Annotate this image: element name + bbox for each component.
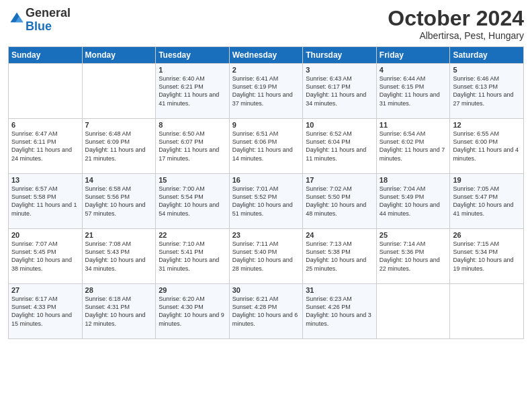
day-info: Sunrise: 7:01 AMSunset: 5:52 PMDaylight:… bbox=[232, 185, 293, 216]
day-number: 19 bbox=[453, 176, 521, 184]
day-number: 31 bbox=[306, 286, 373, 294]
weekday-header-sunday: Sunday bbox=[9, 47, 83, 64]
day-info: Sunrise: 6:44 AMSunset: 6:15 PMDaylight:… bbox=[380, 75, 440, 106]
calendar-cell: 15Sunrise: 7:00 AMSunset: 5:54 PMDayligh… bbox=[156, 174, 230, 229]
day-number: 26 bbox=[453, 231, 521, 239]
calendar-cell: 14Sunrise: 6:58 AMSunset: 5:56 PMDayligh… bbox=[82, 174, 156, 229]
day-number: 3 bbox=[306, 66, 373, 74]
day-number: 4 bbox=[380, 66, 447, 74]
month-title: October 2024 bbox=[388, 7, 524, 30]
calendar-cell: 19Sunrise: 7:05 AMSunset: 5:47 PMDayligh… bbox=[450, 174, 524, 229]
calendar-table: SundayMondayTuesdayWednesdayThursdayFrid… bbox=[8, 46, 524, 339]
day-info: Sunrise: 6:57 AMSunset: 5:58 PMDaylight:… bbox=[11, 185, 77, 216]
day-info: Sunrise: 7:11 AMSunset: 5:40 PMDaylight:… bbox=[232, 240, 293, 271]
day-number: 11 bbox=[380, 121, 447, 129]
day-number: 20 bbox=[11, 231, 79, 239]
calendar-cell: 5Sunrise: 6:46 AMSunset: 6:13 PMDaylight… bbox=[450, 64, 524, 119]
day-info: Sunrise: 7:04 AMSunset: 5:49 PMDaylight:… bbox=[380, 185, 440, 216]
calendar-cell: 30Sunrise: 6:21 AMSunset: 4:28 PMDayligh… bbox=[229, 284, 303, 339]
day-info: Sunrise: 7:15 AMSunset: 5:34 PMDaylight:… bbox=[453, 240, 513, 271]
weekday-header-monday: Monday bbox=[82, 47, 156, 64]
main-container: General Blue October 2024 Albertirsa, Pe… bbox=[0, 0, 532, 345]
day-number: 1 bbox=[159, 66, 226, 74]
day-info: Sunrise: 7:05 AMSunset: 5:47 PMDaylight:… bbox=[453, 185, 513, 216]
day-info: Sunrise: 7:00 AMSunset: 5:54 PMDaylight:… bbox=[159, 185, 219, 216]
calendar-cell: 13Sunrise: 6:57 AMSunset: 5:58 PMDayligh… bbox=[9, 174, 83, 229]
logo-general-text: General bbox=[26, 6, 71, 19]
day-number: 15 bbox=[159, 176, 226, 184]
day-number: 8 bbox=[159, 121, 226, 129]
day-number: 16 bbox=[232, 176, 300, 184]
calendar-cell: 6Sunrise: 6:47 AMSunset: 6:11 PMDaylight… bbox=[9, 119, 83, 174]
calendar-cell: 20Sunrise: 7:07 AMSunset: 5:45 PMDayligh… bbox=[9, 229, 83, 284]
day-info: Sunrise: 6:47 AMSunset: 6:11 PMDaylight:… bbox=[11, 130, 72, 161]
logo-blue-text: Blue bbox=[26, 19, 52, 33]
calendar-cell: 24Sunrise: 7:13 AMSunset: 5:38 PMDayligh… bbox=[303, 229, 377, 284]
weekday-header-wednesday: Wednesday bbox=[229, 47, 303, 64]
calendar-cell: 7Sunrise: 6:48 AMSunset: 6:09 PMDaylight… bbox=[82, 119, 156, 174]
day-number: 24 bbox=[306, 231, 373, 239]
weekday-header-friday: Friday bbox=[376, 47, 450, 64]
calendar-cell: 28Sunrise: 6:18 AMSunset: 4:31 PMDayligh… bbox=[82, 284, 156, 339]
calendar-cell: 12Sunrise: 6:55 AMSunset: 6:00 PMDayligh… bbox=[450, 119, 524, 174]
calendar-cell: 8Sunrise: 6:50 AMSunset: 6:07 PMDaylight… bbox=[156, 119, 230, 174]
day-number: 5 bbox=[453, 66, 521, 74]
day-number: 9 bbox=[232, 121, 300, 129]
calendar-week-row: 20Sunrise: 7:07 AMSunset: 5:45 PMDayligh… bbox=[9, 229, 524, 284]
day-info: Sunrise: 6:21 AMSunset: 4:28 PMDaylight:… bbox=[232, 295, 298, 326]
day-number: 6 bbox=[11, 121, 79, 129]
day-info: Sunrise: 6:46 AMSunset: 6:13 PMDaylight:… bbox=[453, 75, 513, 106]
day-number: 30 bbox=[232, 286, 300, 294]
day-number: 23 bbox=[232, 231, 300, 239]
calendar-cell: 9Sunrise: 6:51 AMSunset: 6:06 PMDaylight… bbox=[229, 119, 303, 174]
calendar-cell: 21Sunrise: 7:08 AMSunset: 5:43 PMDayligh… bbox=[82, 229, 156, 284]
day-info: Sunrise: 6:55 AMSunset: 6:00 PMDaylight:… bbox=[453, 130, 519, 161]
calendar-cell: 27Sunrise: 6:17 AMSunset: 4:33 PMDayligh… bbox=[9, 284, 83, 339]
day-number: 14 bbox=[85, 176, 153, 184]
day-info: Sunrise: 6:52 AMSunset: 6:04 PMDaylight:… bbox=[306, 130, 366, 161]
calendar-cell: 4Sunrise: 6:44 AMSunset: 6:15 PMDaylight… bbox=[376, 64, 450, 119]
calendar-cell bbox=[376, 284, 450, 339]
calendar-cell: 29Sunrise: 6:20 AMSunset: 4:30 PMDayligh… bbox=[156, 284, 230, 339]
day-info: Sunrise: 6:58 AMSunset: 5:56 PMDaylight:… bbox=[85, 185, 146, 216]
calendar-cell bbox=[82, 64, 156, 119]
calendar-cell: 17Sunrise: 7:02 AMSunset: 5:50 PMDayligh… bbox=[303, 174, 377, 229]
calendar-cell: 2Sunrise: 6:41 AMSunset: 6:19 PMDaylight… bbox=[229, 64, 303, 119]
day-number: 25 bbox=[380, 231, 447, 239]
day-info: Sunrise: 6:18 AMSunset: 4:31 PMDaylight:… bbox=[85, 295, 146, 326]
weekday-header-thursday: Thursday bbox=[303, 47, 377, 64]
calendar-cell: 1Sunrise: 6:40 AMSunset: 6:21 PMDaylight… bbox=[156, 64, 230, 119]
calendar-week-row: 6Sunrise: 6:47 AMSunset: 6:11 PMDaylight… bbox=[9, 119, 524, 174]
logo-icon bbox=[9, 11, 24, 26]
day-info: Sunrise: 6:17 AMSunset: 4:33 PMDaylight:… bbox=[11, 295, 72, 326]
calendar-cell: 23Sunrise: 7:11 AMSunset: 5:40 PMDayligh… bbox=[229, 229, 303, 284]
day-info: Sunrise: 6:40 AMSunset: 6:21 PMDaylight:… bbox=[159, 75, 219, 106]
day-info: Sunrise: 7:13 AMSunset: 5:38 PMDaylight:… bbox=[306, 240, 366, 271]
day-number: 27 bbox=[11, 286, 79, 294]
calendar-cell bbox=[450, 284, 524, 339]
title-block: October 2024 Albertirsa, Pest, Hungary bbox=[388, 7, 524, 41]
day-number: 21 bbox=[85, 231, 153, 239]
day-number: 28 bbox=[85, 286, 153, 294]
calendar-cell: 16Sunrise: 7:01 AMSunset: 5:52 PMDayligh… bbox=[229, 174, 303, 229]
day-info: Sunrise: 6:48 AMSunset: 6:09 PMDaylight:… bbox=[85, 130, 146, 161]
day-number: 29 bbox=[159, 286, 226, 294]
calendar-week-row: 27Sunrise: 6:17 AMSunset: 4:33 PMDayligh… bbox=[9, 284, 524, 339]
weekday-header-row: SundayMondayTuesdayWednesdayThursdayFrid… bbox=[9, 47, 524, 64]
day-info: Sunrise: 7:07 AMSunset: 5:45 PMDaylight:… bbox=[11, 240, 72, 271]
day-info: Sunrise: 7:08 AMSunset: 5:43 PMDaylight:… bbox=[85, 240, 146, 271]
calendar-cell: 11Sunrise: 6:54 AMSunset: 6:02 PMDayligh… bbox=[376, 119, 450, 174]
subtitle: Albertirsa, Pest, Hungary bbox=[388, 30, 524, 41]
logo: General Blue bbox=[8, 7, 71, 34]
day-info: Sunrise: 7:10 AMSunset: 5:41 PMDaylight:… bbox=[159, 240, 219, 271]
day-info: Sunrise: 6:51 AMSunset: 6:06 PMDaylight:… bbox=[232, 130, 293, 161]
day-info: Sunrise: 6:23 AMSunset: 4:26 PMDaylight:… bbox=[306, 295, 371, 326]
calendar-cell: 26Sunrise: 7:15 AMSunset: 5:34 PMDayligh… bbox=[450, 229, 524, 284]
calendar-cell: 3Sunrise: 6:43 AMSunset: 6:17 PMDaylight… bbox=[303, 64, 377, 119]
header: General Blue October 2024 Albertirsa, Pe… bbox=[8, 7, 524, 41]
day-number: 10 bbox=[306, 121, 373, 129]
day-info: Sunrise: 6:43 AMSunset: 6:17 PMDaylight:… bbox=[306, 75, 366, 106]
weekday-header-tuesday: Tuesday bbox=[156, 47, 230, 64]
calendar-cell: 25Sunrise: 7:14 AMSunset: 5:36 PMDayligh… bbox=[376, 229, 450, 284]
day-info: Sunrise: 6:50 AMSunset: 6:07 PMDaylight:… bbox=[159, 130, 219, 161]
